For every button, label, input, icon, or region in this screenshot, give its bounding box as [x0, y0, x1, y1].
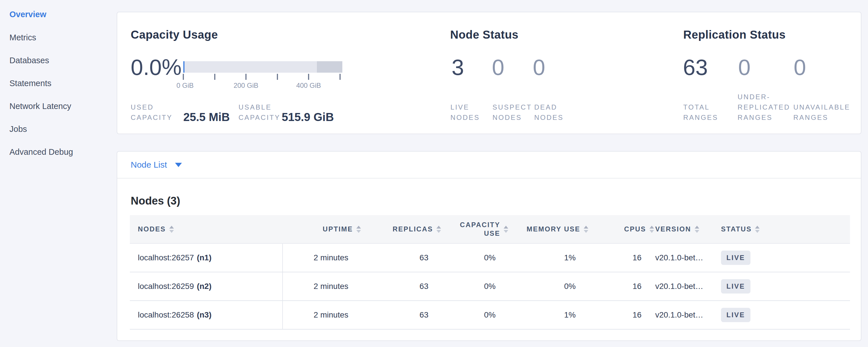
- node-id: (n1): [197, 253, 211, 262]
- node-id: (n3): [197, 310, 211, 319]
- table-row-node-3[interactable]: localhost:26258(n3) 2 minutes 63 0% 1% 1…: [130, 301, 850, 329]
- column-header-capacity-use[interactable]: CAPACITY USE: [441, 215, 508, 243]
- cpus-cell: 16: [588, 272, 654, 301]
- used-capacity-value: 25.5 MiB: [183, 110, 230, 124]
- capacity-axis-tick: [214, 74, 215, 80]
- sidebar-item-overview[interactable]: Overview: [9, 9, 46, 19]
- sidebar: Overview Metrics Databases Statements Ne…: [0, 0, 117, 347]
- status-cell: LIVE: [717, 301, 850, 329]
- node-id: (n2): [197, 282, 211, 291]
- capacity-axis-label-400: 400 GiB: [296, 82, 321, 90]
- status-cell: LIVE: [717, 244, 850, 272]
- column-header-uptime[interactable]: UPTIME: [283, 215, 361, 243]
- cpus-cell: 16: [588, 301, 654, 329]
- live-nodes-count: 3: [452, 55, 464, 79]
- table-row-node-1[interactable]: localhost:26257(n1) 2 minutes 63 0% 1% 1…: [130, 244, 850, 272]
- column-header-replicas[interactable]: REPLICAS: [361, 215, 441, 243]
- memory-use-cell: 1%: [508, 244, 588, 272]
- column-header-memory-use[interactable]: MEMORY USE: [508, 215, 588, 243]
- uptime-cell: 2 minutes: [283, 272, 361, 301]
- version-cell: v20.1.0-bet…: [654, 244, 717, 272]
- capacity-usage-title: Capacity Usage: [131, 28, 218, 41]
- live-nodes-label: LIVE NODES: [451, 102, 485, 123]
- capacity-axis-label-0: 0 GiB: [177, 82, 194, 90]
- total-ranges-count: 63: [683, 55, 708, 79]
- capacity-bar-reserved-segment: [317, 61, 342, 73]
- sidebar-item-advanced-debug[interactable]: Advanced Debug: [9, 147, 73, 157]
- unavailable-ranges-count: 0: [794, 55, 806, 79]
- replicas-cell: 63: [361, 272, 441, 301]
- sidebar-item-databases[interactable]: Databases: [9, 56, 49, 65]
- memory-use-cell: 1%: [508, 301, 588, 329]
- nodes-table-header-row: NODES UPTIME REPLICAS CAPACITY USE MEMOR…: [130, 215, 850, 244]
- capacity-use-cell: 0%: [441, 244, 508, 272]
- node-list-view-dropdown-label: Node List: [131, 160, 167, 170]
- capacity-bar-used-segment: [183, 61, 184, 73]
- replicas-cell: 63: [361, 244, 441, 272]
- node-address-cell[interactable]: localhost:26257(n1): [130, 244, 283, 272]
- table-row-node-2[interactable]: localhost:26259(n2) 2 minutes 63 0% 0% 1…: [130, 272, 850, 301]
- sort-icon: [504, 226, 508, 233]
- total-ranges-label: TOTAL RANGES: [683, 102, 723, 123]
- suspect-nodes-label: SUSPECT NODES: [493, 102, 532, 123]
- replicas-cell: 63: [361, 301, 441, 329]
- capacity-axis-tick: [308, 74, 309, 80]
- column-header-version[interactable]: VERSION: [654, 215, 717, 243]
- node-address-cell[interactable]: localhost:26258(n3): [130, 301, 283, 329]
- sort-icon: [169, 226, 174, 233]
- sort-icon: [650, 226, 654, 233]
- sort-icon: [584, 226, 588, 233]
- column-header-nodes[interactable]: NODES: [130, 215, 283, 243]
- node-status-title: Node Status: [450, 28, 519, 41]
- sort-icon: [356, 226, 361, 233]
- capacity-axis-label-200: 200 GiB: [234, 82, 258, 90]
- capacity-axis-tick: [183, 74, 184, 80]
- capacity-use-cell: 0%: [441, 272, 508, 301]
- capacity-use-cell: 0%: [441, 301, 508, 329]
- dead-nodes-count: 0: [533, 55, 545, 79]
- node-list-card: Node List Nodes (3) NODES UPTIME REPLICA…: [117, 151, 861, 341]
- under-replicated-ranges-count: 0: [738, 55, 750, 79]
- uptime-cell: 2 minutes: [283, 244, 361, 272]
- sidebar-item-statements[interactable]: Statements: [9, 78, 52, 88]
- status-cell: LIVE: [717, 272, 850, 301]
- cpus-cell: 16: [588, 244, 654, 272]
- status-badge: LIVE: [721, 308, 750, 322]
- sort-icon: [755, 226, 760, 233]
- capacity-axis-tick: [245, 74, 247, 80]
- sidebar-item-jobs[interactable]: Jobs: [9, 124, 27, 134]
- sidebar-item-network-latency[interactable]: Network Latency: [9, 101, 71, 111]
- status-badge: LIVE: [721, 279, 750, 293]
- node-list-view-header: Node List: [117, 152, 861, 179]
- memory-use-cell: 0%: [508, 272, 588, 301]
- version-cell: v20.1.0-bet…: [654, 272, 717, 301]
- sidebar-item-metrics[interactable]: Metrics: [9, 33, 36, 42]
- uptime-cell: 2 minutes: [283, 301, 361, 329]
- node-address-cell[interactable]: localhost:26259(n2): [130, 272, 283, 301]
- unavailable-ranges-label: UNAVAILABLE RANGES: [793, 102, 868, 123]
- capacity-used-percent: 0.0%: [131, 55, 182, 79]
- nodes-table: NODES UPTIME REPLICAS CAPACITY USE MEMOR…: [130, 215, 850, 329]
- cluster-summary-card: Capacity Usage 0.0% 0 GiB 200 GiB 400 Gi…: [117, 12, 861, 134]
- column-header-cpus[interactable]: CPUS: [588, 215, 654, 243]
- status-badge: LIVE: [721, 251, 750, 265]
- usable-capacity-value: 515.9 GiB: [282, 110, 334, 124]
- sort-icon: [436, 226, 441, 233]
- replication-status-title: Replication Status: [683, 28, 786, 41]
- under-replicated-ranges-label: UNDER-REPLICATED RANGES: [738, 92, 800, 123]
- node-list-view-dropdown[interactable]: Node List: [131, 152, 182, 178]
- cluster-overview-page: Overview Metrics Databases Statements Ne…: [0, 0, 868, 347]
- used-capacity-label: USED CAPACITY: [131, 102, 179, 123]
- capacity-usage-bar: [183, 61, 342, 73]
- sort-icon: [695, 226, 699, 233]
- nodes-count-heading: Nodes (3): [131, 194, 180, 208]
- capacity-axis-tick: [339, 74, 341, 80]
- chevron-down-icon: [175, 163, 182, 167]
- dead-nodes-label: DEAD NODES: [534, 102, 568, 123]
- capacity-axis-tick: [277, 74, 278, 80]
- column-header-status[interactable]: STATUS: [717, 215, 850, 243]
- suspect-nodes-count: 0: [492, 55, 504, 79]
- version-cell: v20.1.0-bet…: [654, 301, 717, 329]
